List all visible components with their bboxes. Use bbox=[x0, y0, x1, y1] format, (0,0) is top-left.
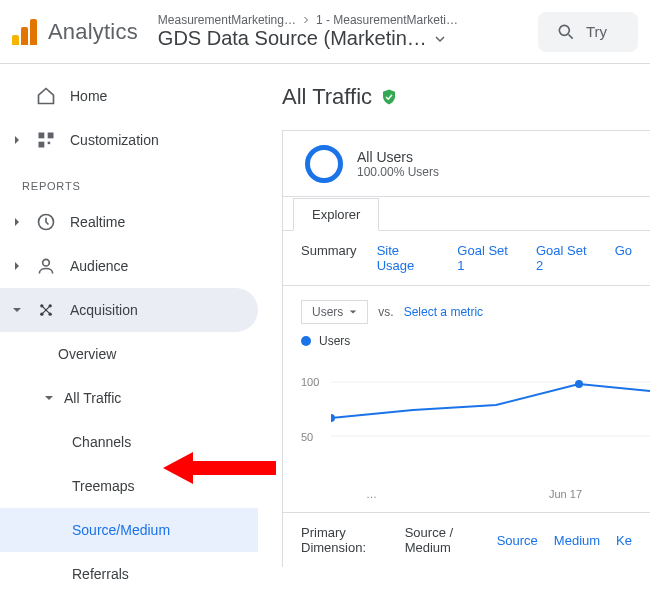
primary-dimension-row: Primary Dimension: Source / Medium Sourc… bbox=[283, 513, 650, 567]
metric-dropdown[interactable]: Users bbox=[301, 300, 368, 324]
caret-down-icon bbox=[12, 305, 22, 315]
sidebar-item-overview[interactable]: Overview bbox=[0, 332, 258, 376]
primary-dimension-label: Primary Dimension: bbox=[301, 525, 389, 555]
chart-controls: Users vs. Select a metric bbox=[283, 286, 650, 330]
logo-text: Analytics bbox=[48, 19, 138, 45]
content: All Traffic All Users 100.00% Users Expl… bbox=[258, 64, 650, 605]
svg-point-14 bbox=[331, 414, 335, 422]
legend-dot-icon bbox=[301, 336, 311, 346]
svg-rect-2 bbox=[39, 133, 45, 139]
sidebar-item-channels[interactable]: Channels bbox=[0, 420, 258, 464]
person-icon bbox=[36, 256, 56, 276]
report-panel: All Users 100.00% Users Explorer Summary… bbox=[282, 130, 650, 567]
dimension-source[interactable]: Source bbox=[497, 533, 538, 548]
metric-tabs: Summary Site Usage Goal Set 1 Goal Set 2… bbox=[283, 231, 650, 286]
segment-subtext: 100.00% Users bbox=[357, 165, 439, 179]
x-tick-jun17: Jun 17 bbox=[549, 488, 582, 500]
search-placeholder: Try bbox=[586, 23, 607, 40]
svg-line-1 bbox=[569, 34, 573, 38]
metric-tab-goal-set-1[interactable]: Goal Set 1 bbox=[457, 243, 516, 273]
svg-point-15 bbox=[575, 380, 583, 388]
dashboard-icon bbox=[36, 130, 56, 150]
metric-tab-summary[interactable]: Summary bbox=[301, 243, 357, 273]
caret-right-icon bbox=[12, 135, 22, 145]
page-title: All Traffic bbox=[282, 84, 650, 110]
tab-explorer[interactable]: Explorer bbox=[293, 198, 379, 231]
metric-tab-site-usage[interactable]: Site Usage bbox=[377, 243, 438, 273]
legend: Users bbox=[283, 330, 650, 352]
select-metric-link[interactable]: Select a metric bbox=[404, 305, 483, 319]
search-input[interactable]: Try bbox=[538, 12, 638, 52]
chevron-right-icon bbox=[300, 14, 312, 26]
sidebar: Home Customization REPORTS Realtime Audi… bbox=[0, 64, 258, 605]
segment-name: All Users bbox=[357, 149, 439, 165]
home-icon bbox=[36, 86, 56, 106]
verified-shield-icon bbox=[380, 88, 398, 106]
dimension-source-medium[interactable]: Source / Medium bbox=[405, 525, 481, 555]
sidebar-item-acquisition[interactable]: Acquisition bbox=[0, 288, 258, 332]
clock-icon bbox=[36, 212, 56, 232]
y-tick-100: 100 bbox=[301, 376, 319, 388]
breadcrumb-account[interactable]: MeasurementMarketing… bbox=[158, 13, 296, 27]
metric-tab-more[interactable]: Go bbox=[615, 243, 632, 273]
svg-point-0 bbox=[559, 25, 569, 35]
vs-label: vs. bbox=[378, 305, 393, 319]
segment-row[interactable]: All Users 100.00% Users bbox=[283, 131, 650, 197]
analytics-logo-icon bbox=[12, 19, 38, 45]
metric-tab-goal-set-2[interactable]: Goal Set 2 bbox=[536, 243, 595, 273]
segment-circle-icon bbox=[305, 145, 343, 183]
chart-area[interactable]: 100 50 bbox=[301, 356, 650, 486]
dimension-medium[interactable]: Medium bbox=[554, 533, 600, 548]
sidebar-item-home[interactable]: Home bbox=[0, 74, 258, 118]
legend-users: Users bbox=[319, 334, 350, 348]
sidebar-item-audience[interactable]: Audience bbox=[0, 244, 258, 288]
sidebar-item-all-traffic[interactable]: All Traffic bbox=[0, 376, 258, 420]
topbar: Analytics MeasurementMarketing… 1 - Meas… bbox=[0, 0, 650, 64]
caret-down-icon bbox=[349, 308, 357, 316]
x-axis: … Jun 17 bbox=[283, 486, 650, 513]
breadcrumb[interactable]: MeasurementMarketing… 1 - MeasurementMar… bbox=[158, 13, 528, 50]
caret-right-icon bbox=[12, 261, 22, 271]
svg-rect-4 bbox=[39, 142, 45, 148]
sidebar-item-realtime[interactable]: Realtime bbox=[0, 200, 258, 244]
dimension-keyword[interactable]: Ke bbox=[616, 533, 632, 548]
y-tick-50: 50 bbox=[301, 431, 313, 443]
caret-right-icon bbox=[12, 217, 22, 227]
x-tick-start: … bbox=[366, 488, 377, 500]
sidebar-item-source-medium[interactable]: Source/Medium bbox=[0, 508, 258, 552]
sidebar-item-treemaps[interactable]: Treemaps bbox=[0, 464, 258, 508]
breadcrumb-property[interactable]: 1 - MeasurementMarketi… bbox=[316, 13, 458, 27]
sidebar-item-referrals[interactable]: Referrals bbox=[0, 552, 258, 596]
view-title[interactable]: GDS Data Source (Marketin… bbox=[158, 27, 427, 50]
svg-rect-3 bbox=[48, 133, 54, 139]
sidebar-item-google-ads[interactable]: Google Ads bbox=[0, 596, 258, 605]
search-icon bbox=[556, 22, 576, 42]
reports-section-label: REPORTS bbox=[0, 162, 258, 200]
svg-rect-5 bbox=[48, 142, 51, 145]
caret-down-icon bbox=[44, 393, 54, 403]
sidebar-item-customization[interactable]: Customization bbox=[0, 118, 258, 162]
acquisition-icon bbox=[36, 300, 56, 320]
logo[interactable]: Analytics bbox=[12, 19, 138, 45]
trend-chart bbox=[331, 356, 650, 486]
svg-point-7 bbox=[43, 259, 50, 266]
caret-down-icon[interactable] bbox=[435, 34, 445, 44]
